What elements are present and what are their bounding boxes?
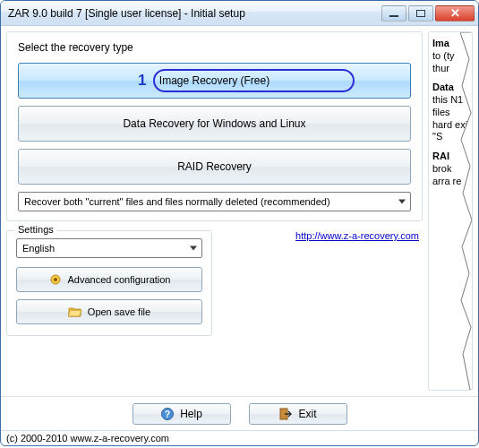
image-recovery-button[interactable]: 1 Image Recovery (Free) [18,63,411,99]
svg-point-1 [54,278,57,281]
raid-recovery-button[interactable]: RAID Recovery [18,149,411,185]
select-recovery-label: Select the recovery type [18,41,411,54]
close-icon: ✕ [450,7,460,19]
recovery-mode-value: Recover both "current" files and files n… [24,196,330,207]
info-heading-1: Ima [432,38,449,48]
exit-label: Exit [298,408,316,420]
folder-open-icon [68,305,82,319]
footer-bar: ? Help Exit [1,396,478,430]
info-text-3: brok arra re [432,163,461,186]
info-text-1: to (ty thur [432,50,454,73]
help-button[interactable]: ? Help [133,403,231,425]
link-area: http://www.z-a-recovery.com [223,230,423,246]
recovery-type-panel: Select the recovery type 1 Image Recover… [6,31,423,221]
chevron-down-icon [398,200,406,204]
maximize-button[interactable] [408,5,433,22]
website-link[interactable]: http://www.z-a-recovery.com [295,230,419,241]
help-icon: ? [160,407,175,421]
window-body: Select the recovery type 1 Image Recover… [1,26,478,396]
open-save-file-button[interactable]: Open save file [16,299,202,324]
data-recovery-label: Data Recovery for Windows and Linux [123,117,305,130]
data-recovery-button[interactable]: Data Recovery for Windows and Linux [18,106,411,142]
annotation-number: 1 [138,72,146,90]
settings-row: Settings English Advanced configuration … [6,230,423,336]
info-heading-3: RAI [432,151,449,161]
image-recovery-label: Image Recovery (Free) [159,74,269,87]
language-dropdown[interactable]: English [16,238,202,258]
app-window: ZAR 9.0 build 7 [Single user license] - … [0,0,479,446]
advanced-config-button[interactable]: Advanced configuration [16,267,202,292]
advanced-config-label: Advanced configuration [68,274,171,285]
chevron-down-icon [190,246,197,251]
window-title: ZAR 9.0 build 7 [Single user license] - … [8,7,381,20]
exit-icon [278,407,293,421]
minimize-icon [389,15,398,17]
info-panel: Imato (ty thur Datathis N1 files hard ex… [428,31,473,391]
recovery-mode-dropdown[interactable]: Recover both "current" files and files n… [18,192,411,211]
info-heading-2: Data [432,82,454,92]
settings-panel: Settings English Advanced configuration … [6,230,212,336]
window-controls: ✕ [381,5,475,22]
raid-recovery-label: RAID Recovery [177,160,252,173]
exit-button[interactable]: Exit [249,403,347,425]
open-save-file-label: Open save file [88,306,150,317]
maximize-icon [416,10,425,17]
torn-edge-icon [460,32,473,390]
main-column: Select the recovery type 1 Image Recover… [6,31,423,391]
gear-icon [48,272,63,287]
language-value: English [22,243,55,254]
svg-text:?: ? [165,409,170,419]
settings-legend: Settings [14,224,57,235]
minimize-button[interactable] [381,5,406,22]
help-label: Help [180,408,202,420]
close-button[interactable]: ✕ [435,5,475,22]
copyright-text: (c) 2000-2010 www.z-a-recovery.com [1,430,478,445]
titlebar: ZAR 9.0 build 7 [Single user license] - … [1,1,478,26]
